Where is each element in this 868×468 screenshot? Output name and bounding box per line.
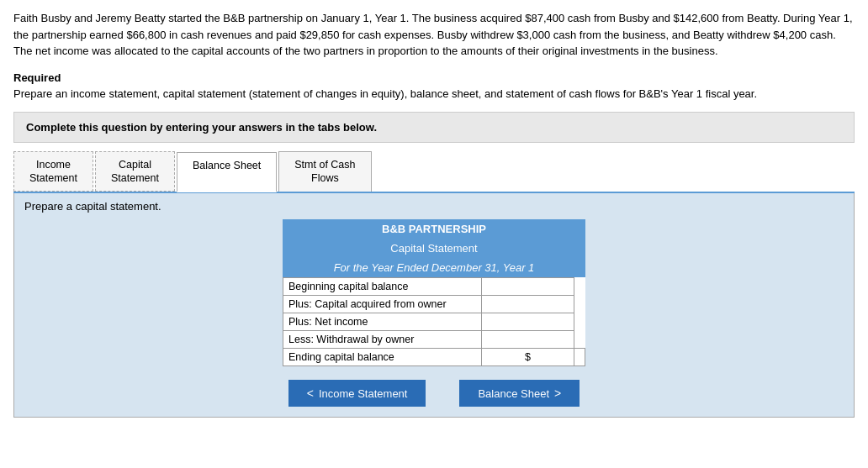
table-row: Plus: Capital acquired from owner [283, 296, 585, 313]
next-arrow: > [554, 386, 561, 400]
row-value-1[interactable] [481, 278, 574, 296]
tab-stmt-cash-flows[interactable]: Stmt of CashFlows [278, 151, 371, 192]
instruction-box: Complete this question by entering your … [13, 112, 855, 143]
required-label: Required [13, 71, 855, 84]
next-button[interactable]: Balance Sheet > [459, 380, 580, 407]
tab-income-statement[interactable]: IncomeStatement [13, 151, 93, 192]
company-name: B&B PARTNERSHIP [283, 219, 585, 239]
required-section: Required Prepare an income statement, ca… [13, 71, 855, 100]
row-label-3: Plus: Net income [283, 313, 482, 331]
row-label-5: Ending capital balance [283, 349, 482, 366]
tab-capital-statement[interactable]: CapitalStatement [95, 151, 175, 192]
row-input-3[interactable] [487, 316, 569, 328]
statement-table: Beginning capital balance Plus: Capital … [283, 277, 585, 366]
row-value-2[interactable] [481, 296, 574, 313]
prev-button[interactable]: < Income Statement [288, 380, 426, 407]
nav-buttons: < Income Statement Balance Sheet > [24, 380, 844, 407]
row-label-2: Plus: Capital acquired from owner [283, 296, 482, 313]
prev-arrow: < [307, 386, 314, 400]
table-row: Plus: Net income [283, 313, 585, 331]
content-area: Prepare a capital statement. B&B PARTNER… [13, 193, 855, 418]
intro-paragraph: Faith Busby and Jeremy Beatty started th… [13, 10, 855, 60]
table-row: Less: Withdrawal by owner [283, 331, 585, 349]
prev-label: Income Statement [319, 387, 408, 400]
dollar-sign: $ [481, 349, 574, 366]
instruction-text: Complete this question by entering your … [26, 121, 377, 134]
tabs-container: IncomeStatement CapitalStatement Balance… [13, 151, 855, 194]
row-value-3[interactable] [481, 313, 574, 331]
table-row-ending: Ending capital balance $ [283, 349, 585, 366]
statement-title: Capital Statement [283, 239, 585, 258]
row-input-2[interactable] [487, 298, 569, 310]
row-input-1[interactable] [487, 281, 569, 292]
next-label: Balance Sheet [478, 387, 549, 400]
row-label-1: Beginning capital balance [283, 278, 482, 296]
required-text: Prepare an income statement, capital sta… [13, 87, 855, 100]
table-row: Beginning capital balance [283, 278, 585, 296]
tab-balance-sheet[interactable]: Balance Sheet [177, 152, 277, 193]
statement-period: For the Year Ended December 31, Year 1 [283, 258, 585, 277]
prepare-label: Prepare a capital statement. [24, 200, 844, 213]
row-input-4[interactable] [487, 334, 569, 345]
row-label-4: Less: Withdrawal by owner [283, 331, 482, 349]
row-value-5[interactable] [574, 349, 585, 366]
row-value-4[interactable] [481, 331, 574, 349]
statement-table-wrapper: B&B PARTNERSHIP Capital Statement For th… [283, 219, 585, 366]
